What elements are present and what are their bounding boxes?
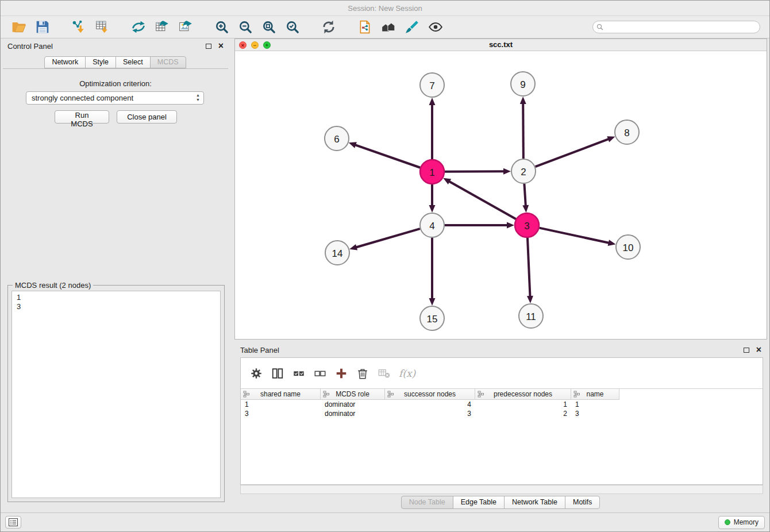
column-header-predecessor-nodes[interactable]: predecessor nodes (475, 389, 571, 400)
zoom-out-button[interactable] (236, 18, 255, 36)
import-table-button[interactable] (93, 18, 111, 36)
svg-text:4: 4 (429, 221, 434, 232)
network-canvas[interactable]: 7968124314101511 (235, 51, 767, 339)
minimize-window-icon[interactable]: − (251, 41, 259, 49)
graph-node-10[interactable]: 10 (616, 235, 640, 259)
search-field-wrap (592, 21, 760, 33)
task-history-button[interactable] (5, 516, 21, 529)
run-mcds-button[interactable]: Run MCDS (55, 110, 109, 124)
select-all-columns-icon[interactable] (292, 367, 305, 380)
table-cell[interactable]: 1 (571, 400, 619, 409)
column-header-MCDS-role[interactable]: MCDS role (321, 389, 385, 400)
graph-node-3[interactable]: 3 (515, 213, 539, 237)
save-session-button[interactable] (33, 18, 52, 36)
open-folder-button[interactable] (10, 18, 28, 36)
float-table-panel-icon[interactable] (744, 348, 749, 353)
graph-node-6[interactable]: 6 (325, 126, 349, 151)
table-row[interactable]: 1dominator411 (241, 400, 763, 409)
apply-style-button[interactable] (403, 18, 421, 36)
tab-network-table[interactable]: Network Table (504, 496, 565, 509)
tab-select[interactable]: Select (116, 56, 151, 68)
import-network-button[interactable] (70, 18, 88, 36)
add-column-icon[interactable] (335, 367, 348, 380)
column-header-name[interactable]: name (571, 389, 619, 400)
table-cell[interactable]: 1 (475, 400, 571, 409)
graph-edge-3-1[interactable] (449, 181, 516, 219)
table-cell[interactable]: 1 (241, 400, 321, 409)
show-columns-icon[interactable] (271, 367, 284, 380)
tab-node-table[interactable]: Node Table (401, 496, 453, 509)
svg-text:7: 7 (429, 80, 434, 91)
table-row[interactable]: 3dominator323 (241, 409, 763, 418)
mcds-result-list[interactable]: 1 3 (11, 291, 221, 498)
open-folder-icon (11, 20, 26, 34)
table-panel-body: f(x) shared nameMCDS rolesuccessor nodes… (240, 357, 763, 485)
export-table-button[interactable] (153, 18, 171, 36)
open-document-button[interactable] (356, 18, 374, 36)
graph-node-1[interactable]: 1 (420, 160, 444, 184)
graph-node-8[interactable]: 8 (615, 120, 639, 144)
float-panel-icon[interactable] (206, 44, 211, 49)
column-header-shared-name[interactable]: shared name (241, 389, 321, 400)
network-from-selection-button[interactable] (129, 18, 148, 36)
close-table-panel-icon[interactable]: × (756, 346, 761, 354)
table-body: 1dominator4113dominator323 (241, 400, 763, 418)
search-input[interactable] (592, 21, 760, 33)
maximize-window-icon[interactable]: + (263, 41, 271, 49)
graph-edge-1-2[interactable] (445, 171, 505, 172)
zoom-in-button[interactable] (213, 18, 231, 36)
table-cell[interactable]: 2 (475, 409, 571, 418)
svg-text:9: 9 (520, 79, 525, 90)
graph-node-15[interactable]: 15 (420, 306, 444, 330)
memory-button[interactable]: Memory (718, 516, 765, 529)
home-button[interactable] (379, 18, 398, 36)
graph-node-11[interactable]: 11 (519, 304, 543, 328)
show-graphics-details-button[interactable] (426, 18, 445, 36)
export-image-button[interactable] (176, 18, 195, 36)
close-panel-icon[interactable]: × (218, 42, 224, 50)
close-panel-button[interactable]: Close panel (117, 110, 177, 124)
column-header-label: name (586, 390, 603, 398)
delete-column-icon[interactable] (356, 367, 369, 380)
table-horizontal-scrollbar[interactable] (240, 485, 763, 494)
optimization-criterion-select[interactable]: strongly connected component ▲▼ (26, 91, 204, 105)
graph-edge-3-10[interactable] (540, 228, 610, 243)
table-cell[interactable]: 3 (241, 409, 321, 418)
export-table-icon (155, 20, 170, 34)
graph-node-2[interactable]: 2 (511, 159, 536, 183)
deselect-all-columns-icon[interactable] (314, 367, 326, 380)
svg-text:2: 2 (521, 167, 526, 178)
tab-style[interactable]: Style (85, 56, 116, 68)
gear-icon[interactable] (250, 367, 263, 380)
edge-arrowhead-icon (522, 205, 529, 213)
tab-network[interactable]: Network (44, 56, 86, 68)
graph-node-4[interactable]: 4 (420, 213, 444, 237)
tab-motifs[interactable]: Motifs (565, 496, 600, 509)
table-cell[interactable]: 4 (385, 400, 475, 409)
graph-node-9[interactable]: 9 (511, 72, 535, 96)
graph-edge-1-6[interactable] (355, 145, 420, 168)
tab-mcds[interactable]: MCDS (150, 56, 186, 68)
graph-edge-2-9[interactable] (523, 103, 523, 159)
graph-node-7[interactable]: 7 (420, 73, 444, 97)
table-cell[interactable]: 3 (385, 409, 475, 418)
refresh-button[interactable] (319, 18, 338, 36)
table-cell[interactable]: 3 (571, 409, 619, 418)
graph-edge-4-14[interactable] (356, 229, 420, 248)
network-window-titlebar[interactable]: × − + scc.txt (235, 39, 767, 51)
zoom-fit-button[interactable] (260, 18, 278, 36)
table-cell[interactable]: dominator (321, 400, 385, 409)
table-cell[interactable]: dominator (321, 409, 385, 418)
column-header-label: predecessor nodes (494, 390, 552, 398)
zoom-selected-button[interactable] (283, 18, 302, 36)
graph-node-14[interactable]: 14 (325, 241, 349, 265)
tab-edge-table[interactable]: Edge Table (453, 496, 505, 509)
graph-edge-2-8[interactable] (536, 139, 610, 167)
select-stepper-icon: ▲▼ (196, 93, 200, 102)
close-window-icon[interactable]: × (239, 41, 247, 49)
edge-arrowhead-icon (507, 222, 514, 229)
import-table-icon (95, 20, 110, 34)
graph-edge-3-11[interactable] (528, 238, 530, 297)
graph-edge-2-3[interactable] (524, 184, 525, 206)
column-header-successor-nodes[interactable]: successor nodes (385, 389, 475, 400)
